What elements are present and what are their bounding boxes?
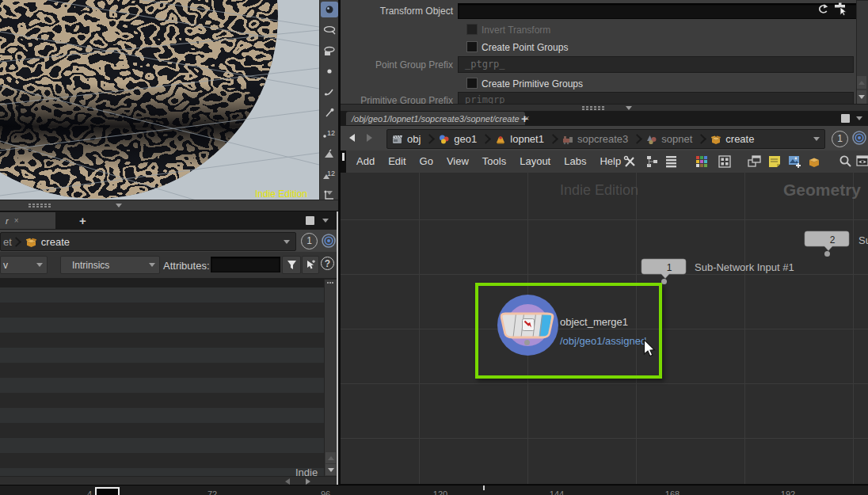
viewport-eye-icon[interactable] [856,155,868,167]
pane-collapse-icon[interactable] [116,204,122,208]
grid-layout-icon[interactable] [718,155,731,168]
object-merge-name[interactable]: object_merge1 [560,316,628,328]
choose-operator-icon[interactable] [834,2,848,17]
help-icon[interactable]: ? [321,257,334,270]
show-geometry-visibility-icon[interactable] [321,43,338,59]
object-merge-comment[interactable]: /obj/geo1/assigned [560,335,646,347]
primitive-group-prefix-input[interactable]: primgrp [458,92,854,104]
breadcrumb-item-lopnet1[interactable]: lopnet1 [490,130,549,148]
breadcrumb-item-obj[interactable]: obj [387,130,425,148]
link-number-badge[interactable]: 1 [832,131,848,147]
back-arrow-icon[interactable] [349,134,355,142]
breadcrumb-label: obj [407,133,421,145]
network-tree-icon[interactable] [646,155,659,168]
scroll-right-icon[interactable] [306,478,310,485]
path-dropdown-icon[interactable] [284,240,290,244]
viewport-toolbar-more-icon[interactable] [326,191,333,195]
viewport-3d-scene[interactable] [0,0,319,200]
display-primitive-normals-icon[interactable] [321,146,338,162]
menu-layout[interactable]: Layout [520,155,550,167]
create-primitive-groups-checkbox[interactable] [466,78,478,89]
menu-tools[interactable]: Tools [482,155,506,167]
display-point-trails-icon[interactable] [321,105,338,120]
display-points-icon[interactable] [321,63,338,79]
pane-menu-icon[interactable] [856,116,862,120]
forward-arrow-icon[interactable] [367,134,372,142]
spreadsheet-hscrollbar[interactable] [0,476,338,485]
menu-help[interactable]: Help [600,155,621,167]
spreadsheet-rows[interactable] [0,287,324,476]
network-canvas[interactable]: Indie Edition Geometry 2 Su 1 Sub-Networ… [341,173,868,484]
pane-resize-grip[interactable] [29,204,31,205]
menu-view[interactable]: View [447,155,469,167]
new-tab-button[interactable]: + [521,112,528,125]
breadcrumb-item-create[interactable]: create [706,130,759,148]
display-point-numbers-icon[interactable]: 12 [321,125,338,141]
sticky-note-icon[interactable] [768,155,781,168]
scroll-down-button[interactable] [326,464,336,475]
divider-grip[interactable] [582,106,584,108]
select-attributes-button[interactable] [302,256,319,274]
pane-handle[interactable] [341,150,346,173]
current-frame-box[interactable] [95,487,120,495]
image-plus-icon[interactable] [788,155,801,168]
revert-parameter-icon[interactable] [817,3,829,16]
intrinsics-dropdown[interactable]: Intrinsics [60,256,160,274]
link-number-badge[interactable]: 1 [301,233,318,249]
network-path-tab[interactable]: /obj/geo1/lopnet1/sopcreate3/sopnet/crea… [346,112,525,125]
color-palette-icon[interactable] [695,155,708,168]
filter-button[interactable] [282,256,301,274]
menu-edit[interactable]: Edit [388,155,405,167]
scroll-left-icon[interactable] [285,478,290,485]
pane-maximize-icon[interactable] [306,216,314,225]
pane-maximize-icon[interactable] [841,114,850,123]
display-primitive-numbers-icon[interactable]: 12 [321,166,338,182]
object-merge-node[interactable] [497,310,560,341]
object-merge-output-connector[interactable] [524,340,530,345]
subnet-input-1-node[interactable]: 1 [641,258,687,280]
subnet-input-1-output-connector[interactable] [661,279,667,284]
display-point-normals-icon[interactable] [321,84,338,100]
menu-go[interactable]: Go [420,155,433,167]
follow-target-icon[interactable] [321,233,337,249]
follow-target-icon[interactable] [851,130,867,146]
geometry-icon [439,134,450,145]
point-group-prefix-input[interactable]: _ptgrp_ [458,56,854,73]
breadcrumb-label: sopnet [661,133,692,145]
invert-transform-checkbox[interactable] [466,24,478,35]
subnet-input-2-output-connector[interactable] [824,251,830,257]
playhead-tick[interactable] [483,485,485,490]
show-points-visibility-icon[interactable] [321,22,338,38]
menu-labs[interactable]: Labs [564,155,586,167]
attributes-input[interactable] [211,257,280,272]
search-icon[interactable] [839,154,852,168]
vertical-pane-divider[interactable] [337,211,338,485]
breadcrumb-item-create[interactable]: create [21,233,74,250]
frame-tick: 192 [776,489,800,495]
subnet-input-2-node[interactable]: 2 [804,230,850,252]
scroll-up-button[interactable] [857,76,866,89]
tools-wrench-icon[interactable] [623,155,637,168]
group-dropdown[interactable]: v [0,256,48,274]
tab-close-icon[interactable]: × [14,216,19,225]
sopnet-icon [646,134,657,145]
create-point-groups-checkbox[interactable] [466,41,478,52]
scroll-down-button[interactable] [857,90,866,104]
timeline-playbar[interactable]: 4 72 96 120 144 168 192 [0,485,868,495]
pane-menu-icon[interactable] [322,219,329,223]
breadcrumb-item-sopnet[interactable]: sopnet [641,130,697,148]
transform-object-input[interactable] [458,3,868,19]
menu-add[interactable]: Add [356,155,375,167]
gallery-box-icon[interactable] [808,155,820,168]
breadcrumb-item-geo1[interactable]: geo1 [434,130,482,148]
new-tab-button[interactable]: + [79,214,86,227]
divider-collapse-icon[interactable] [626,106,632,110]
list-view-icon[interactable] [665,155,677,168]
path-dropdown-icon[interactable] [813,137,820,141]
breadcrumb-item-sopcreate3[interactable]: sopcreate3 [558,130,633,148]
view-tool-icon[interactable] [321,2,338,17]
parameter-scrollbar[interactable] [856,0,868,104]
spreadsheet-tab[interactable]: r × [0,212,55,229]
scroll-up-button[interactable] [326,452,336,463]
new-pane-icon[interactable] [748,155,761,168]
